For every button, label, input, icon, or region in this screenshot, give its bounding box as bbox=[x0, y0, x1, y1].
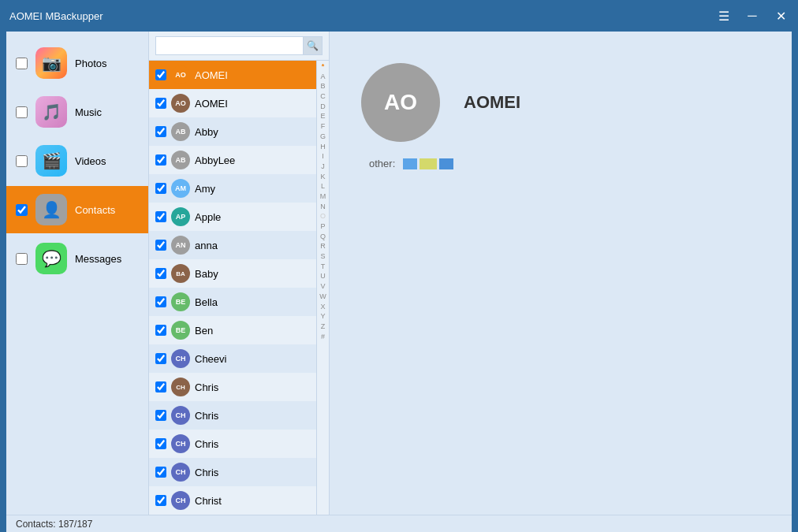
search-input[interactable] bbox=[155, 36, 304, 55]
contact-avatar: BE bbox=[171, 321, 190, 340]
contact-item[interactable]: BE Bella bbox=[149, 288, 316, 316]
contact-item[interactable]: AO AOMEI bbox=[149, 61, 316, 89]
contact-item[interactable]: AM Amy bbox=[149, 174, 316, 203]
contact-name: Ben bbox=[195, 325, 310, 337]
contacts-checkbox[interactable] bbox=[16, 204, 28, 216]
search-button[interactable]: 🔍 bbox=[304, 36, 323, 55]
alpha-a[interactable]: A bbox=[317, 73, 329, 82]
contact-avatar: CH bbox=[171, 463, 190, 482]
contact-avatar: BA bbox=[171, 264, 190, 283]
detail-panel: AO AOMEI other: bbox=[330, 32, 792, 515]
alpha-b[interactable]: B bbox=[317, 82, 329, 91]
contact-avatar: AB bbox=[171, 122, 190, 141]
swatch-yellow bbox=[420, 158, 437, 169]
contact-avatar: CH bbox=[171, 378, 190, 396]
search-bar: 🔍 bbox=[149, 32, 329, 61]
sidebar-item-photos[interactable]: 📷 Photos bbox=[6, 39, 148, 87]
contact-name: Chris bbox=[195, 381, 310, 393]
alpha-n[interactable]: N bbox=[317, 203, 329, 212]
alpha-l[interactable]: L bbox=[317, 182, 329, 192]
alpha-i[interactable]: I bbox=[317, 152, 329, 162]
contact-name: AbbyLee bbox=[195, 154, 310, 166]
videos-checkbox[interactable] bbox=[16, 155, 28, 167]
contact-checkbox[interactable] bbox=[155, 183, 166, 194]
contact-item[interactable]: CH Chris bbox=[149, 401, 316, 430]
contact-checkbox[interactable] bbox=[155, 381, 166, 392]
contact-checkbox[interactable] bbox=[155, 325, 166, 336]
alpha-w[interactable]: W bbox=[317, 292, 329, 302]
contact-checkbox[interactable] bbox=[155, 467, 166, 478]
contact-avatar: CH bbox=[171, 349, 190, 368]
contact-item[interactable]: BE Ben bbox=[149, 316, 316, 344]
sidebar-item-videos[interactable]: 🎬 Videos bbox=[6, 137, 148, 184]
contact-checkbox[interactable] bbox=[155, 154, 166, 166]
alpha-h[interactable]: H bbox=[317, 143, 329, 152]
contact-item[interactable]: BA Baby bbox=[149, 259, 316, 288]
contact-avatar: AO bbox=[171, 94, 190, 113]
contact-item[interactable]: AP Apple bbox=[149, 203, 316, 231]
contact-item[interactable]: AN anna bbox=[149, 231, 316, 259]
main-window: 📷 Photos 🎵 Music 🎬 Videos 👤 Contacts bbox=[6, 32, 792, 526]
alpha-o[interactable]: O bbox=[317, 212, 329, 221]
sidebar-item-contacts[interactable]: 👤 Contacts bbox=[6, 186, 148, 233]
contact-checkbox[interactable] bbox=[155, 69, 166, 80]
contact-panel: 🔍 AO AOMEI AO bbox=[148, 32, 330, 515]
contact-name: Apple bbox=[195, 211, 310, 223]
contact-checkbox[interactable] bbox=[155, 438, 166, 449]
status-bar: Contacts: 187/187 bbox=[6, 515, 792, 532]
contact-checkbox[interactable] bbox=[155, 495, 166, 506]
alpha-s[interactable]: S bbox=[317, 252, 329, 262]
contact-item[interactable]: AO AOMEI bbox=[149, 89, 316, 117]
contact-name: anna bbox=[195, 240, 310, 251]
alpha-r[interactable]: R bbox=[317, 242, 329, 251]
contact-checkbox[interactable] bbox=[155, 410, 166, 421]
contact-name: Chris bbox=[195, 438, 310, 450]
list-icon[interactable]: ☰ bbox=[716, 8, 732, 24]
photos-checkbox[interactable] bbox=[16, 58, 28, 69]
alpha-f[interactable]: F bbox=[317, 122, 329, 132]
alpha-u[interactable]: U bbox=[317, 272, 329, 281]
alpha-k[interactable]: K bbox=[317, 173, 329, 182]
alpha-y[interactable]: Y bbox=[317, 312, 329, 322]
contact-checkbox[interactable] bbox=[155, 353, 166, 364]
contact-item[interactable]: AB AbbyLee bbox=[149, 146, 316, 174]
alpha-g[interactable]: G bbox=[317, 132, 329, 142]
alpha-x[interactable]: X bbox=[317, 303, 329, 312]
music-checkbox[interactable] bbox=[16, 106, 28, 118]
alpha-star[interactable]: * bbox=[317, 62, 329, 72]
alpha-hash[interactable]: # bbox=[317, 333, 329, 342]
contact-checkbox[interactable] bbox=[155, 126, 166, 137]
content-area: 📷 Photos 🎵 Music 🎬 Videos 👤 Contacts bbox=[6, 32, 792, 515]
sidebar: 📷 Photos 🎵 Music 🎬 Videos 👤 Contacts bbox=[6, 32, 148, 515]
close-button[interactable]: ✕ bbox=[773, 8, 789, 24]
alpha-p[interactable]: P bbox=[317, 222, 329, 232]
contact-checkbox[interactable] bbox=[155, 211, 166, 222]
alpha-e[interactable]: E bbox=[317, 112, 329, 121]
contact-checkbox[interactable] bbox=[155, 98, 166, 109]
contact-checkbox[interactable] bbox=[155, 296, 166, 307]
contact-checkbox[interactable] bbox=[155, 268, 166, 279]
alpha-z[interactable]: Z bbox=[317, 322, 329, 332]
contact-item[interactable]: CH Chris bbox=[149, 458, 316, 486]
minimize-button[interactable]: ─ bbox=[744, 8, 760, 24]
contact-checkbox[interactable] bbox=[155, 240, 166, 251]
alpha-v[interactable]: V bbox=[317, 282, 329, 292]
contact-avatar: CH bbox=[171, 406, 190, 425]
alpha-q[interactable]: Q bbox=[317, 233, 329, 242]
alpha-j[interactable]: J bbox=[317, 162, 329, 172]
alpha-d[interactable]: D bbox=[317, 102, 329, 112]
other-label: other: bbox=[369, 158, 395, 169]
sidebar-item-messages[interactable]: 💬 Messages bbox=[6, 235, 148, 282]
alpha-t[interactable]: T bbox=[317, 262, 329, 272]
sidebar-item-music[interactable]: 🎵 Music bbox=[6, 88, 148, 136]
contact-item[interactable]: CH Chris bbox=[149, 430, 316, 458]
contact-name: AOMEI bbox=[195, 98, 310, 110]
alpha-m[interactable]: M bbox=[317, 192, 329, 202]
alpha-c[interactable]: C bbox=[317, 92, 329, 102]
contact-item[interactable]: CH Christ bbox=[149, 486, 316, 515]
contact-item[interactable]: AB Abby bbox=[149, 117, 316, 146]
messages-checkbox[interactable] bbox=[16, 253, 28, 265]
contacts-label: Contacts bbox=[75, 204, 115, 216]
contact-item[interactable]: CH Cheevi bbox=[149, 344, 316, 373]
contact-item[interactable]: CH Chris bbox=[149, 373, 316, 401]
